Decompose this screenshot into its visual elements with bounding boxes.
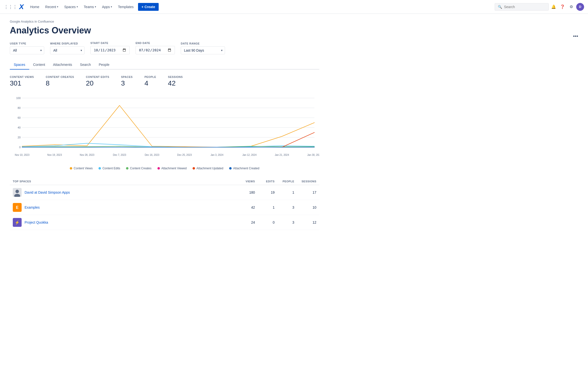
header-space: TOP SPACES [13, 180, 230, 183]
legend-item: Attachment Created [229, 167, 259, 170]
space-name[interactable]: Project Quokka [25, 220, 48, 224]
grid-icon[interactable]: ⋮⋮⋮ [4, 4, 17, 10]
nav-recent[interactable]: Recent ▾ [43, 3, 61, 11]
stat-content-edits: CONTENT EDITS20 [86, 75, 109, 87]
user-avatar[interactable]: D [576, 3, 584, 11]
chart-legend: Content ViewsContent EditsContent Create… [10, 167, 319, 170]
space-avatar: E [13, 203, 22, 212]
svg-text:Nov 19, 2023: Nov 19, 2023 [47, 154, 62, 156]
where-displayed-select-wrapper: All [50, 46, 84, 54]
svg-text:60: 60 [18, 116, 21, 119]
start-date-input[interactable] [90, 46, 130, 54]
user-type-select-wrapper: All [10, 46, 44, 54]
header-people: PEOPLE [275, 180, 294, 183]
spaces-chevron-icon: ▾ [77, 5, 78, 8]
tab-attachments[interactable]: Attachments [49, 60, 76, 70]
svg-text:20: 20 [18, 136, 21, 139]
legend-dot [229, 167, 232, 170]
tab-content[interactable]: Content [29, 60, 49, 70]
stat-content-creates: CONTENT CREATES8 [46, 75, 74, 87]
svg-text:Nov 28, 2023: Nov 28, 2023 [80, 154, 95, 156]
table-header: TOP SPACES VIEWS EDITS PEOPLE SESSIONS [10, 178, 319, 185]
cell-people: 3 [275, 205, 294, 209]
analytics-chart: 020406080100Nov 10, 2023Nov 19, 2023Nov … [10, 93, 319, 162]
cell-sessions: 12 [294, 220, 316, 224]
recent-chevron-icon: ▾ [57, 5, 58, 8]
header-views: VIEWS [230, 180, 255, 183]
cell-views: 24 [230, 220, 255, 224]
cell-people: 1 [275, 190, 294, 194]
space-avatar [13, 188, 22, 197]
date-range-select[interactable]: Last 90 Days Last 30 Days Last 7 Days [181, 46, 225, 54]
space-name[interactable]: Examples [25, 205, 40, 209]
space-name[interactable]: David at David Simpson Apps [25, 190, 70, 194]
top-spaces-table: TOP SPACES VIEWS EDITS PEOPLE SESSIONS D… [10, 178, 319, 230]
svg-text:Jan 30, 2024: Jan 30, 2024 [307, 154, 319, 156]
svg-text:40: 40 [18, 126, 21, 129]
user-type-label: USER TYPE [10, 42, 44, 45]
settings-button[interactable]: ⚙ [567, 3, 575, 11]
table-row[interactable]: ⚡ Project Quokka 24 0 3 12 [10, 215, 319, 230]
breadcrumb: Google Analytics in Confluence [10, 20, 319, 23]
end-date-filter: END DATE [136, 42, 175, 54]
confluence-logo[interactable]: X [19, 3, 24, 11]
nav-home[interactable]: Home [28, 3, 42, 11]
svg-text:Dec 7, 2023: Dec 7, 2023 [113, 154, 126, 156]
svg-text:Nov 10, 2023: Nov 10, 2023 [15, 154, 29, 156]
start-date-filter: START DATE [90, 42, 130, 54]
legend-item: Attachment Viewed [157, 167, 187, 170]
where-displayed-label: WHERE DISPLAYED [50, 42, 84, 45]
tab-spaces[interactable]: Spaces [10, 60, 29, 70]
nav-templates[interactable]: Templates [115, 3, 136, 11]
page-content: Google Analytics in Confluence Analytics… [0, 14, 329, 236]
stats-row: CONTENT VIEWS301CONTENT CREATES8CONTENT … [10, 75, 319, 87]
nav-spaces[interactable]: Spaces ▾ [62, 3, 80, 11]
header-sessions: SESSIONS [294, 180, 316, 183]
help-button[interactable]: ❓ [559, 3, 566, 11]
search-input[interactable] [504, 5, 546, 9]
svg-text:E: E [16, 205, 19, 210]
svg-text:80: 80 [18, 106, 21, 109]
svg-text:100: 100 [16, 97, 21, 100]
nav-teams[interactable]: Teams ▾ [81, 3, 98, 11]
cell-views: 42 [230, 205, 255, 209]
user-type-filter: USER TYPE All [10, 42, 44, 54]
stat-sessions: SESSIONS42 [168, 75, 183, 87]
notifications-button[interactable]: 🔔 [550, 3, 558, 11]
teams-chevron-icon: ▾ [95, 5, 96, 8]
svg-text:Jan 21, 2024: Jan 21, 2024 [275, 154, 289, 156]
svg-point-23 [15, 190, 19, 193]
legend-dot [98, 167, 101, 170]
end-date-input[interactable] [136, 46, 175, 54]
nav-apps[interactable]: Apps ▾ [99, 3, 114, 11]
table-row[interactable]: David at David Simpson Apps 180 19 1 17 [10, 185, 319, 200]
date-range-filter: DATE RANGE Last 90 Days Last 30 Days Las… [181, 42, 225, 54]
legend-dot [126, 167, 128, 170]
stat-people: PEOPLE4 [144, 75, 156, 87]
filters-row: USER TYPE All WHERE DISPLAYED All START … [10, 42, 319, 54]
date-range-select-wrapper: Last 90 Days Last 30 Days Last 7 Days [181, 46, 225, 54]
legend-item: Content Creates [126, 167, 151, 170]
end-date-label: END DATE [136, 42, 175, 44]
legend-item: Content Edits [98, 167, 120, 170]
svg-text:0: 0 [19, 146, 21, 149]
cell-sessions: 17 [294, 190, 316, 194]
create-button[interactable]: + Create [138, 3, 159, 11]
cell-edits: 0 [255, 220, 275, 224]
more-options-button[interactable]: ••• [573, 33, 578, 39]
tab-search[interactable]: Search [76, 60, 95, 70]
where-displayed-filter: WHERE DISPLAYED All [50, 42, 84, 54]
legend-item: Attachment Updated [193, 167, 223, 170]
svg-text:Dec 25, 2023: Dec 25, 2023 [177, 154, 192, 156]
legend-item: Content Views [70, 167, 93, 170]
svg-text:⚡: ⚡ [15, 220, 20, 225]
svg-text:Dec 16, 2023: Dec 16, 2023 [145, 154, 159, 156]
where-displayed-select[interactable]: All [50, 46, 84, 54]
search-box[interactable]: 🔍 [495, 3, 549, 11]
tab-people[interactable]: People [95, 60, 113, 70]
table-body: David at David Simpson Apps 180 19 1 17 … [10, 185, 319, 230]
cell-edits: 19 [255, 190, 275, 194]
cell-edits: 1 [255, 205, 275, 209]
table-row[interactable]: E Examples 42 1 3 10 [10, 200, 319, 215]
user-type-select[interactable]: All [10, 46, 44, 54]
